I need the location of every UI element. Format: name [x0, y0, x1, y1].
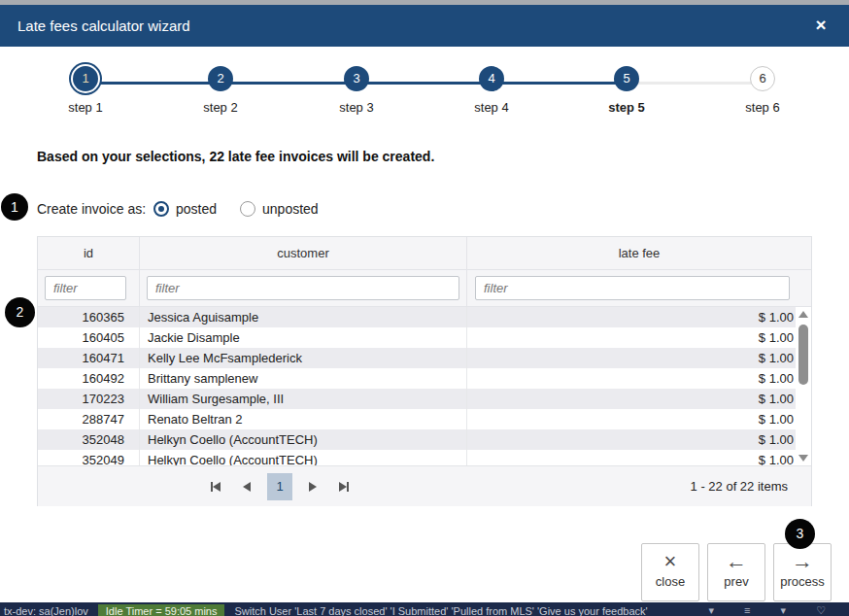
- statusbar-text-group: tx-dev: sa(Jen)lov Idle Timer = 59:05 mi…: [4, 604, 648, 616]
- column-header-late-fee[interactable]: late fee: [467, 237, 811, 269]
- stepper-step-2[interactable]: 2 step 2: [177, 66, 264, 115]
- table-row[interactable]: 288747 Renato Beltran 2 $ 1.00: [38, 409, 798, 429]
- stepper-step-6[interactable]: 6 step 6: [719, 66, 806, 115]
- step-5-label: step 5: [583, 100, 670, 115]
- step-2-label: step 2: [177, 100, 264, 115]
- screen: Late fees calculator wizard × 1 step 1 2…: [0, 0, 849, 616]
- filter-cell-late-fee: [467, 270, 811, 306]
- invoice-type-radio-group: posted unposted: [153, 201, 342, 217]
- create-invoice-label: Create invoice as:: [37, 201, 153, 217]
- cell-id: 352049: [38, 450, 140, 465]
- annotation-badge-2: 2: [5, 297, 35, 327]
- radio-posted-icon[interactable]: [153, 201, 169, 217]
- cell-late-fee: $ 1.00: [467, 368, 798, 389]
- filter-input-late-fee[interactable]: [475, 276, 790, 300]
- grid-filter-row: [38, 270, 811, 307]
- prev-button-label: prev: [708, 574, 764, 589]
- cell-late-fee: $ 1.00: [467, 409, 798, 429]
- pager-summary: 1 - 22 of 22 items: [691, 479, 788, 494]
- last-page-icon[interactable]: [333, 474, 355, 499]
- idle-timer-chip: Idle Timer = 59:05 mins: [98, 604, 225, 616]
- grid-rows: 160365 Jessica Aguisample $ 1.00 160405 …: [38, 307, 798, 465]
- wizard-stepper: 1 step 1 2 step 2 3 step 3 4 step 4 5 st…: [0, 47, 849, 134]
- table-row[interactable]: 160405 Jackie Disample $ 1.00: [38, 327, 798, 348]
- step-4-circle: 4: [479, 66, 504, 91]
- cell-late-fee: $ 1.00: [467, 450, 798, 465]
- create-invoice-row: Create invoice as: posted unposted: [37, 199, 342, 219]
- step-3-circle: 3: [344, 66, 369, 91]
- column-header-id[interactable]: id: [38, 237, 140, 269]
- step-4-label: step 4: [448, 100, 535, 115]
- prev-button[interactable]: ← prev: [707, 543, 765, 601]
- filter-input-id[interactable]: [45, 276, 126, 300]
- filter-input-customer[interactable]: [147, 276, 459, 300]
- cell-customer: Renato Beltran 2: [140, 409, 467, 429]
- vertical-scrollbar[interactable]: [796, 307, 811, 465]
- close-icon[interactable]: ×: [810, 15, 832, 36]
- cell-id: 160405: [38, 327, 140, 348]
- cell-id: 160471: [38, 348, 140, 368]
- annotation-badge-3: 3: [785, 519, 815, 549]
- step-5-circle: 5: [614, 66, 639, 91]
- cell-late-fee: $ 1.00: [467, 429, 798, 450]
- dialog-titlebar: Late fees calculator wizard ×: [0, 5, 849, 47]
- step-1-circle: 1: [73, 66, 98, 91]
- step-2-circle: 2: [208, 66, 233, 91]
- radio-option-unposted[interactable]: unposted: [240, 201, 319, 217]
- table-row[interactable]: 352048 Helkyn Coello (AccountTECH) $ 1.0…: [38, 429, 798, 450]
- close-x-icon: ×: [642, 550, 698, 573]
- page-number-button[interactable]: 1: [267, 473, 292, 500]
- filter-cell-customer: [140, 270, 467, 306]
- grid-header-row: id customer late fee: [38, 237, 811, 270]
- stepper-step-3[interactable]: 3 step 3: [313, 66, 400, 115]
- cell-late-fee: $ 1.00: [467, 389, 798, 409]
- annotation-badge-1: 1: [1, 193, 28, 221]
- dialog-title: Late fees calculator wizard: [17, 17, 190, 34]
- cell-late-fee: $ 1.00: [467, 327, 798, 348]
- scroll-up-icon[interactable]: [798, 311, 808, 318]
- grid-rows-viewport: 160365 Jessica Aguisample $ 1.00 160405 …: [38, 307, 811, 465]
- table-row[interactable]: 160471 Kelly Lee McFsamplederick $ 1.00: [38, 348, 798, 368]
- late-fees-wizard-dialog: Late fees calculator wizard × 1 step 1 2…: [0, 5, 849, 602]
- table-row[interactable]: 352049 Helkyn Coello (AccountTECH) $ 1.0…: [38, 450, 798, 465]
- radio-posted-label: posted: [176, 201, 217, 217]
- next-page-icon[interactable]: [302, 474, 323, 499]
- stepper-step-5[interactable]: 5 step 5: [583, 66, 670, 115]
- stepper-step-4[interactable]: 4 step 4: [448, 66, 535, 115]
- cell-customer: Helkyn Coello (AccountTECH): [140, 450, 467, 465]
- arrow-left-icon: ←: [708, 550, 764, 573]
- cell-customer: Jessica Aguisample: [140, 307, 467, 327]
- statusbar-middle-text: Switch User 'Last 7 days closed' 'I Subm…: [234, 605, 647, 616]
- scroll-down-icon[interactable]: [798, 455, 808, 462]
- table-row[interactable]: 160365 Jessica Aguisample $ 1.00: [38, 307, 798, 327]
- radio-unposted-label: unposted: [262, 201, 319, 217]
- filter-cell-id: [38, 270, 140, 306]
- stepper-step-1[interactable]: 1 step 1: [42, 66, 129, 115]
- cell-customer: Brittany samplenew: [140, 368, 467, 389]
- cell-late-fee: $ 1.00: [467, 307, 798, 327]
- statusbar-icons: ▾ ≡ ▾ ♡: [709, 604, 840, 616]
- grid-pager: 1 1 - 22 of 22 items: [38, 465, 811, 506]
- process-button[interactable]: → process: [773, 543, 832, 601]
- cell-customer: Jackie Disample: [140, 327, 467, 348]
- summary-message: Based on your selections, 22 late fee in…: [37, 149, 434, 164]
- arrow-right-icon: →: [774, 550, 831, 573]
- cell-id: 288747: [38, 409, 140, 429]
- table-row[interactable]: 160492 Brittany samplenew $ 1.00: [38, 368, 798, 389]
- step-3-label: step 3: [313, 100, 400, 115]
- first-page-icon[interactable]: [205, 474, 226, 499]
- cell-customer: William Surgesample, III: [140, 389, 467, 409]
- close-button[interactable]: × close: [641, 543, 699, 601]
- step-6-circle: 6: [750, 66, 775, 91]
- statusbar-left-text: tx-dev: sa(Jen)lov: [4, 605, 88, 616]
- cell-customer: Helkyn Coello (AccountTECH): [140, 429, 467, 450]
- previous-page-icon[interactable]: [236, 474, 257, 499]
- step-6-label: step 6: [719, 100, 806, 115]
- column-header-customer[interactable]: customer: [140, 237, 467, 269]
- cell-id: 160365: [38, 307, 140, 327]
- table-row[interactable]: 170223 William Surgesample, III $ 1.00: [38, 389, 798, 409]
- radio-unposted-icon[interactable]: [240, 201, 255, 217]
- scrollbar-thumb[interactable]: [798, 325, 808, 385]
- radio-option-posted[interactable]: posted: [153, 201, 217, 217]
- background-statusbar: tx-dev: sa(Jen)lov Idle Timer = 59:05 mi…: [0, 602, 849, 616]
